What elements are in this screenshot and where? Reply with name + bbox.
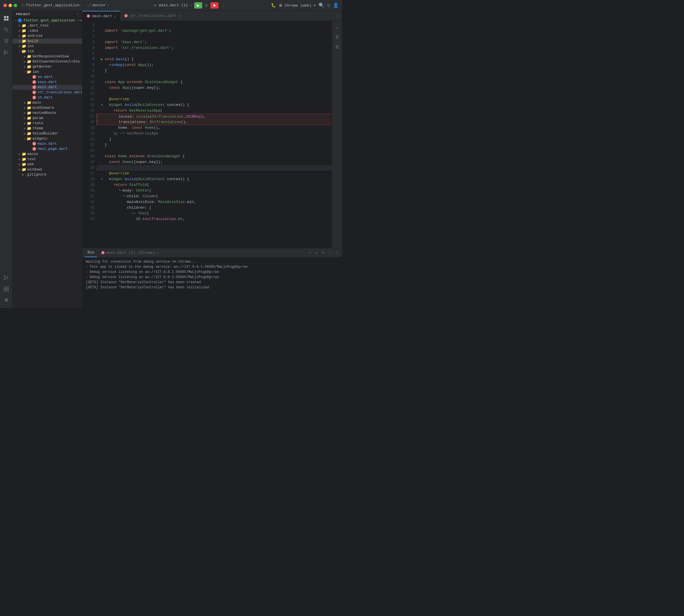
code-line-16: return GetMaterialApp( (97, 108, 332, 114)
root-folder-icon: 🔵 (18, 18, 22, 23)
right-sidebar-icon2[interactable] (333, 43, 341, 51)
tab-main-label: main.dart (92, 14, 112, 18)
code-content[interactable]: import 'package:get/get.dart'; import 'k… (97, 21, 332, 248)
tree-label-responsive: GetResponsiveView (32, 54, 69, 59)
sidebar-item-build[interactable]: ▶ 📁 build (13, 39, 82, 44)
sidebar-item-widgets[interactable]: ▾ 📂 widgets (13, 136, 82, 141)
debug-icon[interactable]: 🐛 (271, 3, 276, 8)
search-icon[interactable]: 🔍 (319, 3, 324, 8)
minimize-button[interactable] (8, 4, 12, 7)
tab-str-close[interactable]: ✕ (178, 14, 180, 18)
activity-run[interactable] (1, 272, 12, 283)
activity-explorer[interactable] (1, 13, 12, 23)
sidebar-item-ios[interactable]: ▶ 📁 ios (13, 44, 82, 49)
more-actions[interactable]: ⋮ (327, 250, 333, 256)
sidebar-item-str[interactable]: ▶ 🎯 str_translations.dart (13, 90, 82, 95)
code-line-6 (97, 51, 332, 57)
branch-selector[interactable]: ⎇ master ▾ (87, 3, 109, 7)
sidebar-chevron[interactable]: ▾ (77, 13, 79, 16)
tab-str-icon: 🎯 (124, 14, 128, 18)
sidebar-item-web[interactable]: ▶ 📁 web (13, 162, 82, 167)
browser-selector[interactable]: 🖥 Chrome (web) ▾ (279, 3, 316, 8)
tree-label-valuebuilder: ValueBuilder (32, 132, 58, 136)
sidebar-item-responsive[interactable]: ▶ 📁 GetResponsiveView (13, 54, 82, 59)
activity-settings[interactable] (1, 295, 12, 306)
tree-label-zh: zh.dart (38, 96, 53, 100)
sidebar-tree[interactable]: ▾ 🔵 flutter_gext_application ~/Andr... ▶… (13, 18, 82, 308)
activity-git[interactable] (1, 36, 12, 46)
tab-more-button[interactable]: ⋮ (334, 14, 342, 18)
sidebar-item-test[interactable]: ▶ 📁 test (13, 157, 82, 162)
console-line-1: ↑ This app is linked to the debug servic… (86, 264, 339, 269)
sidebar-item-windows[interactable]: ▶ 📁 windows (13, 167, 82, 172)
activity-debug[interactable] (1, 47, 12, 58)
sidebar: Project ▾ ▾ 🔵 flutter_gext_application ~… (13, 11, 83, 308)
sidebar-item-en[interactable]: ▶ 🎯 en.dart (13, 74, 82, 80)
code-editor[interactable]: 1 2 3 4 5 6 7 8 9 10 11 12 13 14 15 16 1 (83, 21, 342, 248)
sidebar-item-nested[interactable]: ▶ 📁 nestedRoute (13, 110, 82, 116)
tree-label-ios: ios (27, 44, 34, 48)
sidebar-item-lan[interactable]: ▾ 📂 lan (13, 69, 82, 74)
sidebar-item-dart-tool[interactable]: ▶ 📁 .dart_tool (13, 23, 82, 28)
project-name[interactable]: ⬡ flutter_gext_application ▾ (22, 3, 82, 8)
tree-label-theme: theme (32, 127, 43, 130)
sidebar-item-idea[interactable]: ▶ 📁 .idea (13, 28, 82, 34)
svg-rect-20 (336, 45, 339, 46)
code-line-26 (97, 165, 332, 171)
sidebar-item-getworker[interactable]: ▶ 📁 getWorker (13, 64, 82, 69)
tab-str[interactable]: 🎯 str_translations.dart ✕ (120, 11, 184, 21)
svg-point-0 (4, 28, 7, 30)
settings-button[interactable]: ⚙ (205, 3, 208, 8)
sidebar-item-getview[interactable]: ▶ 📁 GetView+GetConnect+Sta (13, 59, 82, 64)
tab-run-config[interactable]: 🎯 main.dart (1) (Chrome) ✕ (98, 248, 161, 257)
sidebar-item-main-dart[interactable]: ▶ 🎯 main.dart (13, 85, 82, 90)
expand-icon[interactable]: ⤢ (334, 250, 340, 256)
folder-test-icon: 📁 (22, 157, 26, 161)
arrow-build: ▶ (18, 39, 22, 43)
sidebar-item-widgets-main[interactable]: ▶ 🎯 main.dart (13, 141, 82, 147)
activity-bar (0, 11, 13, 308)
account-icon[interactable]: 👤 (333, 3, 339, 8)
run-button[interactable]: ▶ (194, 2, 202, 8)
sidebar-item-theme[interactable]: ▶ 📁 theme (13, 126, 82, 131)
tree-label-gitignore: .gitignore (25, 173, 46, 177)
stop-button[interactable]: ■ (210, 2, 219, 8)
wifi-icon[interactable]: ⊕ (320, 250, 326, 256)
maximize-button[interactable] (14, 4, 17, 7)
tab-run-config-close[interactable]: ✕ (156, 251, 158, 255)
activity-search[interactable] (1, 25, 12, 35)
tree-label-getworker: getWorker (32, 65, 52, 69)
settings-icon[interactable]: ⚙ (327, 3, 330, 8)
sidebar-item-param[interactable]: ▶ 📁 param (13, 116, 82, 121)
close-button[interactable] (3, 4, 7, 7)
sidebar-item-keys[interactable]: ▶ 🎯 keys.dart (13, 80, 82, 85)
folder-lan-icon: 📂 (27, 70, 31, 74)
right-sidebar-icon1[interactable] (333, 33, 341, 41)
sidebar-item-nextpage[interactable]: ▶ 🎯 next_page.dart (13, 147, 82, 152)
sidebar-item-main-folder[interactable]: ▶ 📁 main (13, 100, 82, 105)
reload-icon[interactable]: ↺ (314, 250, 319, 256)
activity-plugins[interactable] (1, 284, 12, 294)
sidebar-item-macos[interactable]: ▶ 📁 macos (13, 152, 82, 157)
sidebar-header: Project ▾ (13, 11, 82, 18)
more-button[interactable]: ⋮ (221, 3, 225, 8)
dart-en-icon: 🎯 (32, 75, 37, 79)
sidebar-item-middleware[interactable]: ▶ 📁 middleware (13, 105, 82, 110)
tab-run[interactable]: Run (85, 248, 97, 257)
sidebar-item-valuebuilder[interactable]: ▶ 📁 ValueBuilder (13, 131, 82, 136)
sidebar-item-lib[interactable]: ▾ 📂 lib (13, 49, 82, 54)
svg-rect-15 (6, 289, 8, 291)
tree-root[interactable]: ▾ 🔵 flutter_gext_application ~/Andr... (13, 18, 82, 23)
sidebar-item-android[interactable]: ▶ 📁 android (13, 34, 82, 39)
tree-label-keys: keys.dart (38, 80, 57, 84)
folder-theme-icon: 📁 (27, 126, 31, 131)
svg-point-4 (5, 42, 7, 43)
arrow-idea: ▶ (18, 29, 22, 32)
code-line-19: home: const Home(), (97, 125, 332, 131)
tab-main-dart[interactable]: 🎯 main.dart ✕ (83, 11, 120, 21)
sidebar-item-gitignore[interactable]: ▶ ⚙ .gitignore (13, 172, 82, 177)
sidebar-item-zh[interactable]: ▶ 🎯 zh.dart (13, 95, 82, 100)
sidebar-item-route[interactable]: ▶ 📁 route (13, 121, 82, 126)
flash-icon[interactable]: ⚡ (306, 250, 312, 256)
tab-main-close[interactable]: ✕ (114, 14, 116, 18)
